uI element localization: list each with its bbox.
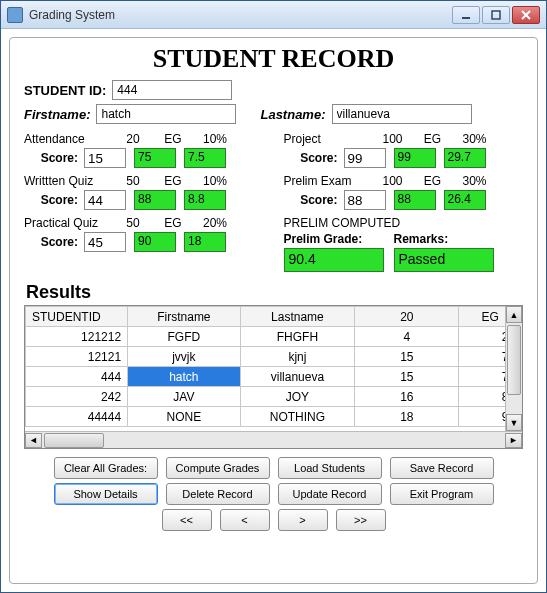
score-label: Score: xyxy=(24,235,84,249)
project-pct: 30% xyxy=(454,132,496,146)
remarks-value: Passed xyxy=(394,248,494,272)
scroll-up-icon[interactable]: ▲ xyxy=(506,306,522,323)
attendance-pct: 10% xyxy=(194,132,236,146)
prev-record-button[interactable]: < xyxy=(220,509,270,531)
table-row[interactable]: 44444 NONE NOTHING 18 90 xyxy=(26,407,522,427)
button-panel: Clear All Grades: Compute Grades Load St… xyxy=(24,457,523,531)
practical-eg-label: EG xyxy=(152,216,194,230)
show-details-button[interactable]: Show Details xyxy=(54,483,158,505)
scroll-thumb[interactable] xyxy=(44,433,104,448)
main-panel: STUDENT RECORD STUDENT ID: Firstname: La… xyxy=(9,37,538,584)
attendance-eg: 75 xyxy=(134,148,176,168)
prelim-block: Prelim Exam 100 EG 30% Score: 88 26.4 xyxy=(284,174,524,210)
app-icon xyxy=(7,7,23,23)
last-record-button[interactable]: >> xyxy=(336,509,386,531)
project-max: 100 xyxy=(374,132,412,146)
col-lastname[interactable]: Lastname xyxy=(240,307,355,327)
written-pct: 10% xyxy=(194,174,236,188)
practical-block: Practical Quiz 50 EG 20% Score: 90 18 xyxy=(24,216,264,252)
written-score-input[interactable] xyxy=(84,190,126,210)
attendance-max: 20 xyxy=(114,132,152,146)
prelim-score-input[interactable] xyxy=(344,190,386,210)
practical-max: 50 xyxy=(114,216,152,230)
project-block: Project 100 EG 30% Score: 99 29.7 xyxy=(284,132,524,168)
practical-egpct: 18 xyxy=(184,232,226,252)
attendance-score-input[interactable] xyxy=(84,148,126,168)
compute-grades-button[interactable]: Compute Grades xyxy=(166,457,270,479)
attendance-title: Attendance xyxy=(24,132,114,146)
written-block: Writtten Quiz 50 EG 10% Score: 88 8.8 xyxy=(24,174,264,210)
table-row-selected[interactable]: 444 hatch villanueva 15 75 xyxy=(26,367,522,387)
remarks-label: Remarks: xyxy=(394,232,449,246)
attendance-block: Attendance 20 EG 10% Score: 75 7.5 xyxy=(24,132,264,168)
minimize-button[interactable] xyxy=(452,6,480,24)
col-20[interactable]: 20 xyxy=(355,307,459,327)
window-title: Grading System xyxy=(29,8,452,22)
attendance-eg-label: EG xyxy=(152,132,194,146)
written-title: Writtten Quiz xyxy=(24,174,114,188)
scroll-left-icon[interactable]: ◄ xyxy=(25,433,42,448)
prelim-max: 100 xyxy=(374,174,412,188)
app-window: Grading System STUDENT RECORD STUDENT ID… xyxy=(0,0,547,593)
table-row[interactable]: 12121 jvvjk kjnj 15 75 xyxy=(26,347,522,367)
page-title: STUDENT RECORD xyxy=(24,44,523,74)
practical-score-input[interactable] xyxy=(84,232,126,252)
horizontal-scrollbar[interactable]: ◄ ► xyxy=(25,431,522,448)
score-label: Score: xyxy=(24,193,84,207)
table-header-row[interactable]: STUDENTID Firstname Lastname 20 EG xyxy=(26,307,522,327)
score-label: Score: xyxy=(284,151,344,165)
results-table[interactable]: STUDENTID Firstname Lastname 20 EG 12121… xyxy=(25,306,522,427)
results-label: Results xyxy=(26,282,523,303)
prelim-computed-label: PRELIM COMPUTED xyxy=(284,216,524,230)
practical-eg: 90 xyxy=(134,232,176,252)
maximize-button[interactable] xyxy=(482,6,510,24)
student-id-label: STUDENT ID: xyxy=(24,83,106,98)
table-row[interactable]: 121212 FGFD FHGFH 4 20 xyxy=(26,327,522,347)
prelim-eg-label: EG xyxy=(412,174,454,188)
prelim-title: Prelim Exam xyxy=(284,174,374,188)
score-label: Score: xyxy=(24,151,84,165)
firstname-input[interactable] xyxy=(96,104,236,124)
firstname-label: Firstname: xyxy=(24,107,90,122)
score-label: Score: xyxy=(284,193,344,207)
results-grid[interactable]: STUDENTID Firstname Lastname 20 EG 12121… xyxy=(24,305,523,449)
update-record-button[interactable]: Update Record xyxy=(278,483,382,505)
prelim-egpct: 26.4 xyxy=(444,190,486,210)
load-students-button[interactable]: Load Students xyxy=(278,457,382,479)
lastname-input[interactable] xyxy=(332,104,472,124)
project-egpct: 29.7 xyxy=(444,148,486,168)
svg-rect-1 xyxy=(492,11,500,19)
written-egpct: 8.8 xyxy=(184,190,226,210)
written-eg: 88 xyxy=(134,190,176,210)
title-bar[interactable]: Grading System xyxy=(1,1,546,29)
project-score-input[interactable] xyxy=(344,148,386,168)
practical-pct: 20% xyxy=(194,216,236,230)
exit-program-button[interactable]: Exit Program xyxy=(390,483,494,505)
vertical-scrollbar[interactable]: ▲ ▼ xyxy=(505,306,522,431)
written-max: 50 xyxy=(114,174,152,188)
close-button[interactable] xyxy=(512,6,540,24)
next-record-button[interactable]: > xyxy=(278,509,328,531)
client-area: STUDENT RECORD STUDENT ID: Firstname: La… xyxy=(1,29,546,592)
computed-block: PRELIM COMPUTED Prelim Grade: Remarks: 9… xyxy=(284,216,524,272)
project-eg-label: EG xyxy=(412,132,454,146)
student-id-input[interactable] xyxy=(112,80,232,100)
practical-title: Practical Quiz xyxy=(24,216,114,230)
prelim-pct: 30% xyxy=(454,174,496,188)
clear-all-button[interactable]: Clear All Grades: xyxy=(54,457,158,479)
delete-record-button[interactable]: Delete Record xyxy=(166,483,270,505)
scroll-right-icon[interactable]: ► xyxy=(505,433,522,448)
project-title: Project xyxy=(284,132,374,146)
written-eg-label: EG xyxy=(152,174,194,188)
col-studentid[interactable]: STUDENTID xyxy=(26,307,128,327)
lastname-label: Lastname: xyxy=(260,107,325,122)
prelim-grade-label: Prelim Grade: xyxy=(284,232,384,246)
first-record-button[interactable]: << xyxy=(162,509,212,531)
save-record-button[interactable]: Save Record xyxy=(390,457,494,479)
col-firstname[interactable]: Firstname xyxy=(128,307,241,327)
prelim-eg: 88 xyxy=(394,190,436,210)
project-eg: 99 xyxy=(394,148,436,168)
table-row[interactable]: 242 JAV JOY 16 80 xyxy=(26,387,522,407)
scroll-down-icon[interactable]: ▼ xyxy=(506,414,522,431)
scroll-thumb[interactable] xyxy=(507,325,521,395)
